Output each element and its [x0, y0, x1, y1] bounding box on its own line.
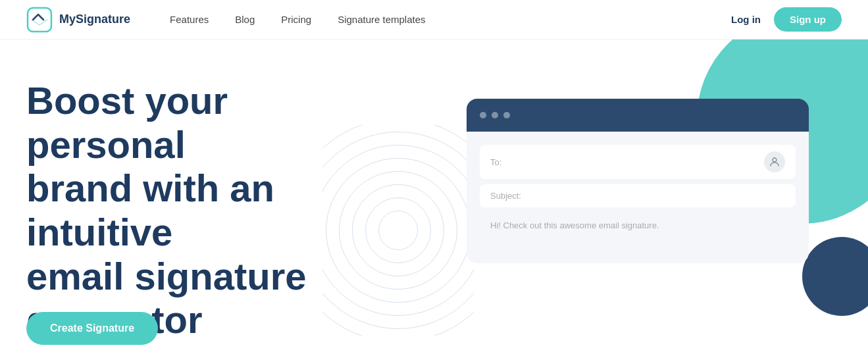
- nav-actions: Log in Sign up: [731, 7, 842, 32]
- navbar: MySignature Features Blog Pricing Signat…: [0, 0, 868, 39]
- avatar-icon: [764, 151, 785, 172]
- hero-heading-line3: email signature: [26, 255, 306, 297]
- hero-section: To: Subject: Hi! Check out this awesome …: [0, 39, 868, 358]
- window-dot-1: [480, 112, 486, 118]
- signup-button[interactable]: Sign up: [774, 7, 842, 32]
- email-to-label: To:: [490, 157, 501, 167]
- svg-point-1: [773, 158, 777, 162]
- email-mock-window: To: Subject: Hi! Check out this awesome …: [467, 99, 809, 263]
- create-signature-button[interactable]: Create Signature: [26, 312, 158, 345]
- hero-heading: Boost your personal brand with an intuit…: [26, 79, 395, 342]
- window-dot-3: [503, 112, 510, 118]
- email-to-field: To:: [480, 145, 796, 179]
- email-body-text: Hi! Check out this awesome email signatu…: [480, 213, 796, 238]
- window-dot-2: [492, 112, 498, 118]
- logo-text: MySignature: [59, 13, 130, 26]
- email-header-bar: [467, 99, 809, 132]
- hero-heading-line2: brand with an intuitive: [26, 166, 274, 253]
- logo-icon: [26, 7, 53, 33]
- hero-heading-line1: Boost your personal: [26, 79, 228, 166]
- nav-item-signature-templates[interactable]: Signature templates: [338, 14, 425, 25]
- nav-item-blog[interactable]: Blog: [235, 14, 255, 25]
- nav-links: Features Blog Pricing Signature template…: [170, 14, 731, 25]
- nav-item-pricing[interactable]: Pricing: [281, 14, 311, 25]
- logo-area[interactable]: MySignature: [26, 7, 130, 33]
- navy-circle-decoration: [802, 237, 868, 316]
- email-body: To: Subject: Hi! Check out this awesome …: [467, 132, 809, 263]
- nav-item-features[interactable]: Features: [170, 14, 209, 25]
- login-button[interactable]: Log in: [731, 14, 761, 25]
- email-subject-field: Subject:: [480, 184, 796, 207]
- email-subject-label: Subject:: [490, 191, 521, 201]
